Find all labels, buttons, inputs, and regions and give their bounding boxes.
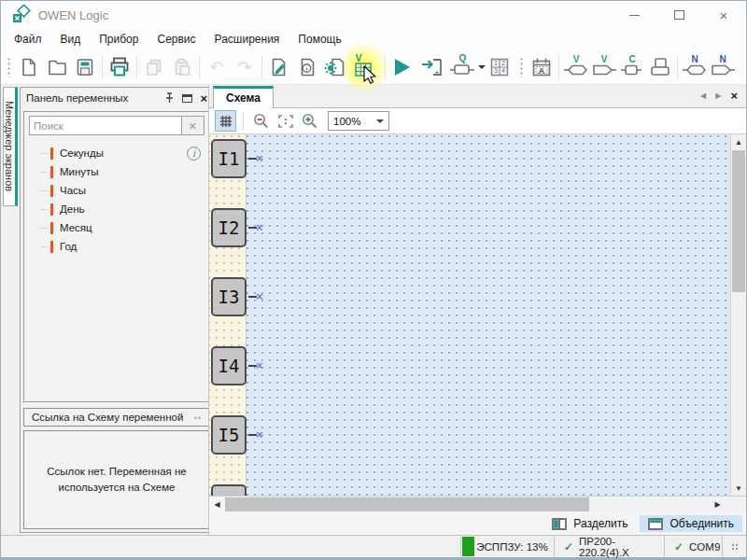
screens-manager-tab[interactable]: Менеджер экранов [3,87,18,206]
grid-toggle-button[interactable] [215,110,236,132]
undo-icon: ↶ [209,57,223,77]
input-block-partial[interactable] [211,484,247,496]
constant-block-button[interactable]: C [618,52,646,82]
reference-panel-title: Ссылка на Схему переменной [32,412,183,423]
pin-icon [164,92,175,104]
resize-grip[interactable] [722,536,746,557]
connection-point-icon[interactable]: × [256,152,263,164]
input-block[interactable]: I5 [211,415,247,455]
variable-row[interactable]: Часы [24,181,209,200]
vertical-scrollbar[interactable]: ▲ ▼ [730,134,746,496]
maximize-button[interactable] [656,1,701,29]
check-icon: ✓ [564,540,573,553]
variables-letter: V [356,54,362,63]
save-icon [75,57,95,77]
variable-row[interactable]: Год [24,237,209,256]
connection-point-icon[interactable]: × [256,359,263,371]
device-name-label: ПР200-220.2(4).X [579,536,664,558]
zoom-in-button[interactable] [299,110,320,132]
zoom-fit-icon [277,114,294,129]
variable-marker [50,203,53,216]
search-input[interactable] [29,116,182,135]
menu-help[interactable]: Помощь [289,30,350,49]
variable-row[interactable]: Секунды i [24,144,209,162]
connection-point-icon[interactable]: × [256,221,263,233]
vertical-scroll-thumb[interactable] [732,150,745,292]
variable-row[interactable]: Месяц [24,218,209,237]
device-status-cell[interactable]: ✓ ПР200-220.2(4).X [554,536,664,557]
network-output-button[interactable]: N [709,52,737,82]
resize-dots-icon: ▪▪ [194,413,202,422]
tab-schema[interactable]: Схема [213,86,274,108]
title-bar: OWEN Logic × [1,1,746,29]
tab-scroll-left-button[interactable]: ◀ [700,91,706,100]
panel-close-button[interactable]: × [200,92,207,105]
variable-row[interactable]: День [24,200,209,218]
menu-view[interactable]: Вид [51,30,91,49]
display-block-button[interactable] [646,52,674,82]
connection-point-icon[interactable]: × [256,428,263,441]
upload-to-device-button[interactable] [416,52,448,82]
new-project-button[interactable] [15,52,43,82]
menu-service[interactable]: Сервис [148,30,204,49]
simulation-start-button[interactable] [388,52,416,82]
zoom-fit-button[interactable] [275,110,296,132]
network-input-letter: N [691,55,698,64]
scroll-up-button[interactable]: ▲ [731,134,746,149]
calendar-block-button[interactable]: A [528,52,556,82]
search-clear-button[interactable]: × [182,116,204,135]
output-block-button[interactable]: Q [448,52,486,82]
scroll-down-button[interactable]: ▼ [731,481,746,496]
toolbar-grip-2[interactable] [519,57,524,77]
toolbar-grip[interactable] [7,57,11,77]
tree-branch [41,209,49,210]
pin-button[interactable] [164,92,175,104]
save-project-button[interactable] [71,52,99,82]
scroll-left-button[interactable]: ◀ [209,497,225,512]
input-block[interactable]: I2 [211,208,247,247]
info-icon[interactable]: i [187,147,201,161]
project-info-button[interactable] [293,52,321,82]
zoom-level-select[interactable]: 100% [328,111,389,131]
menu-device[interactable]: Прибор [90,30,148,49]
network-input-button[interactable]: N [681,52,709,82]
schema-canvas[interactable]: I1 × I2 × I3 × I4 × I5 × ▲ ▼ [209,134,746,496]
menu-extensions[interactable]: Расширения [205,30,289,49]
close-button[interactable]: × [701,1,746,29]
zoom-out-button[interactable] [250,110,272,132]
edit-properties-button[interactable] [265,52,293,82]
output-variable-button[interactable]: V [590,52,618,82]
scroll-right-button[interactable]: ▶ [710,497,726,512]
tab-close-button[interactable]: × [730,89,738,103]
open-project-button[interactable] [43,52,71,82]
horizontal-scroll-thumb[interactable] [225,497,589,511]
input-variable-button[interactable]: V [562,52,590,82]
com-port-cell[interactable]: ✓ COM9 [664,536,722,557]
variable-row[interactable]: Минуты [24,162,209,181]
variable-marker [50,185,53,197]
tab-scroll-right-button[interactable]: ▶ [715,91,721,100]
network-output-letter: N [719,55,726,64]
horizontal-scrollbar[interactable]: ◀ ▶ [209,496,746,512]
print-button[interactable] [106,52,134,82]
merge-view-button[interactable]: Объединить [640,515,742,532]
input-block[interactable]: I1 [211,139,247,178]
float-window-button[interactable] [182,94,192,103]
table-digits: 12 34 [492,60,507,75]
status-bar: ЭСППЗУ: 13% ✓ ПР200-220.2(4).X ✓ COM9 [1,535,746,557]
menu-file[interactable]: Файл [5,30,51,49]
split-view-button[interactable]: Разделить [543,515,636,532]
dropdown-caret-icon[interactable] [478,65,486,69]
zoom-out-icon [252,112,270,130]
input-block[interactable]: I4 [211,346,247,385]
side-tab-strip: Менеджер экранов [1,85,20,535]
minimize-button[interactable] [612,1,656,29]
display-block-icon [648,55,672,79]
redo-button: ↷ [231,52,259,82]
truth-table-button[interactable]: 12 34 [486,52,514,82]
variables-panel-body: × Секунды i Минуты [23,111,210,402]
zoom-in-icon [301,112,318,130]
variables-table-button[interactable]: V [349,52,377,82]
input-block[interactable]: I3 [211,277,247,316]
connection-point-icon[interactable]: × [256,290,263,302]
